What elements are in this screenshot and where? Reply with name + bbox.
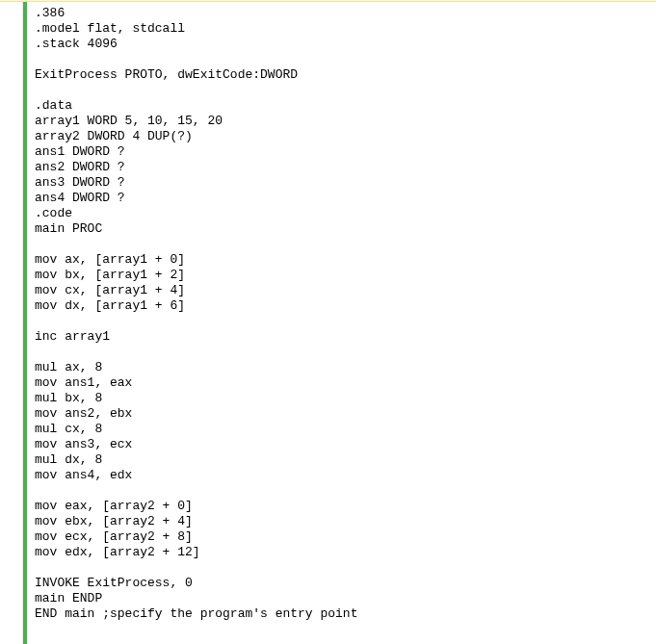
code-line[interactable]: mov eax, [array2 + 0]	[35, 499, 656, 514]
code-line[interactable]: mov dx, [array1 + 6]	[35, 298, 656, 314]
code-line[interactable]: array2 DWORD 4 DUP(?)	[35, 129, 656, 144]
code-line[interactable]	[35, 237, 656, 252]
code-line[interactable]: .data	[35, 98, 656, 114]
code-line[interactable]: array1 WORD 5, 10, 15, 20	[35, 114, 656, 129]
editor-gutter	[0, 2, 23, 644]
code-line[interactable]: .stack 4096	[35, 37, 656, 52]
code-line[interactable]: mov ans4, edx	[35, 468, 656, 483]
code-line[interactable]: .code	[35, 206, 656, 221]
code-line[interactable]	[35, 345, 656, 360]
code-line[interactable]: mul bx, 8	[35, 391, 656, 406]
code-line[interactable]	[35, 560, 656, 576]
code-line[interactable]: mov ans2, ebx	[35, 406, 656, 422]
code-line[interactable]: ans1 DWORD ?	[35, 144, 656, 160]
code-line[interactable]: mov ans1, eax	[35, 375, 656, 391]
code-line[interactable]: inc array1	[35, 329, 656, 345]
code-line[interactable]: mov bx, [array1 + 2]	[35, 268, 656, 283]
code-line[interactable]: ExitProcess PROTO, dwExitCode:DWORD	[35, 67, 656, 83]
code-line[interactable]: mov ebx, [array2 + 4]	[35, 514, 656, 529]
code-line[interactable]	[35, 314, 656, 329]
code-text-area[interactable]: .386.model flat, stdcall.stack 4096ExitP…	[27, 2, 656, 644]
top-highlight-bar	[0, 0, 656, 2]
code-line[interactable]	[35, 483, 656, 499]
code-line[interactable]: INVOKE ExitProcess, 0	[35, 576, 656, 591]
code-line[interactable]: ans2 DWORD ?	[35, 160, 656, 175]
code-line[interactable]: .model flat, stdcall	[35, 21, 656, 37]
code-line[interactable]: mov ax, [array1 + 0]	[35, 252, 656, 268]
code-line[interactable]: main PROC	[35, 221, 656, 237]
code-line[interactable]	[35, 52, 656, 67]
code-line[interactable]: mov edx, [array2 + 12]	[35, 545, 656, 560]
code-line[interactable]: mul ax, 8	[35, 360, 656, 375]
code-line[interactable]: mov ecx, [array2 + 8]	[35, 529, 656, 545]
code-line[interactable]: ans4 DWORD ?	[35, 191, 656, 206]
code-line[interactable]: main ENDP	[35, 591, 656, 606]
code-line[interactable]	[35, 83, 656, 98]
code-line[interactable]: ans3 DWORD ?	[35, 175, 656, 191]
code-line[interactable]: .386	[35, 6, 656, 21]
code-line[interactable]: mov cx, [array1 + 4]	[35, 283, 656, 298]
code-editor[interactable]: .386.model flat, stdcall.stack 4096ExitP…	[0, 0, 656, 644]
code-line[interactable]: mov ans3, ecx	[35, 437, 656, 452]
code-line[interactable]: END main ;specify the program's entry po…	[35, 606, 656, 622]
code-line[interactable]: mul dx, 8	[35, 452, 656, 468]
code-line[interactable]: mul cx, 8	[35, 422, 656, 437]
